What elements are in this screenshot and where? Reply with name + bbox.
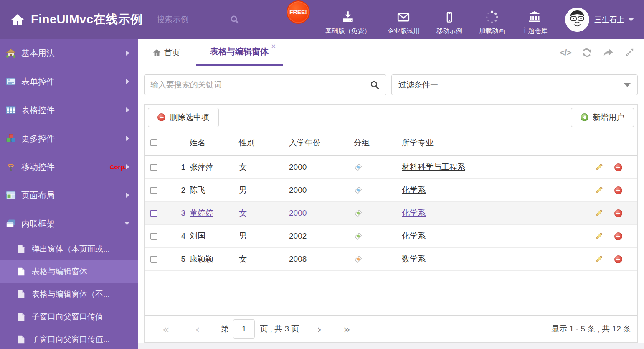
sidebar-item-inline-frame[interactable]: 内联框架 <box>0 209 138 238</box>
table-row[interactable]: 1 张萍萍 女 2000 材料科学与工程系 <box>145 156 637 179</box>
nav-item-enterprise-trial[interactable]: 企业版试用 <box>381 9 427 36</box>
major-link[interactable]: 化学系 <box>402 185 426 196</box>
free-badge: FREE! <box>287 0 310 24</box>
student-name: 康颖颖 <box>190 254 213 265</box>
select-all-checkbox[interactable] <box>150 139 157 146</box>
refresh-icon[interactable] <box>581 47 592 58</box>
chevron-right-icon <box>126 164 129 169</box>
top-search-box[interactable] <box>157 15 240 25</box>
add-user-button[interactable]: 新增用户 <box>571 108 634 127</box>
source-code-icon[interactable]: </> <box>560 47 571 58</box>
delete-selected-label: 删除选中项 <box>170 112 209 123</box>
sidebar-subitem-popup-window[interactable]: 弹出窗体（本页面或... <box>0 238 138 260</box>
sidebar-item-label: 移动控件 <box>21 161 106 173</box>
edit-pencil-icon[interactable] <box>594 209 603 218</box>
last-page-icon[interactable]: » <box>343 324 350 335</box>
column-header-year[interactable]: 入学年份 <box>285 138 350 148</box>
sidebar-item-mobile-controls[interactable]: 移动控件 Corp. <box>0 153 138 181</box>
top-search-input[interactable] <box>157 15 216 24</box>
row-number: 3 <box>166 209 185 218</box>
search-icon[interactable] <box>370 80 380 90</box>
row-number: 5 <box>166 255 185 264</box>
sidebar-subitem-grid-edit-window-2[interactable]: 表格与编辑窗体（不... <box>0 283 138 306</box>
sidebar-item-form-controls[interactable]: 表单控件 <box>0 67 138 96</box>
table-row[interactable]: 5 康颖颖 女 2008 数学系 <box>145 248 637 271</box>
column-header-major[interactable]: 所学专业 <box>398 138 589 148</box>
edit-pencil-icon[interactable] <box>594 232 603 241</box>
major-link[interactable]: 材料科学与工程系 <box>402 162 465 173</box>
row-checkbox[interactable] <box>150 210 157 217</box>
row-number: 4 <box>166 232 185 241</box>
sidebar-subitem-label: 表格与编辑窗体 <box>32 266 87 277</box>
delete-row-icon[interactable] <box>614 163 622 171</box>
sidebar-subitem-child-to-parent[interactable]: 子窗口向父窗口传值 <box>0 306 138 328</box>
column-header-gender[interactable]: 性别 <box>235 138 285 148</box>
home-logo-icon[interactable] <box>11 13 24 26</box>
row-checkbox[interactable] <box>150 233 157 240</box>
tab-grid-edit-window[interactable]: 表格与编辑窗体 ✕ <box>196 39 283 66</box>
column-header-group[interactable]: 分组 <box>350 138 398 148</box>
filter-row: 过滤条件一 <box>144 74 638 95</box>
nav-item-theme-store[interactable]: 主题仓库 <box>515 9 554 36</box>
file-icon <box>17 290 26 299</box>
expand-icon[interactable] <box>624 47 635 58</box>
sidebar-item-basic-usage[interactable]: 基本用法 <box>0 39 138 67</box>
search-icon[interactable] <box>230 15 240 25</box>
house-icon <box>6 48 16 58</box>
tab-home[interactable]: 首页 <box>146 39 187 66</box>
delete-row-icon[interactable] <box>614 255 622 263</box>
row-number: 1 <box>166 163 185 172</box>
enroll-year: 2008 <box>285 255 350 264</box>
record-count-summary: 显示 1 - 5 条 , 共 12 条 <box>551 324 631 334</box>
sidebar-item-label: 页面布局 <box>21 190 126 201</box>
sidebar-subitem-grid-edit-window[interactable]: 表格与编辑窗体 <box>0 260 138 283</box>
nav-item-basic-edition[interactable]: 基础版（免费） <box>319 9 378 36</box>
form-icon <box>6 76 16 87</box>
sidebar-item-more-controls[interactable]: 更多控件 <box>0 124 138 153</box>
sidebar-subitem-child-to-parent-2[interactable]: 子窗口向父窗口传值... <box>0 328 138 349</box>
chevron-down-icon <box>124 222 129 225</box>
sidebar-subitem-label: 弹出窗体（本页面或... <box>32 244 110 255</box>
share-icon[interactable] <box>603 47 614 58</box>
column-header-name[interactable]: 姓名 <box>185 138 235 148</box>
delete-row-icon[interactable] <box>614 209 622 217</box>
table-row[interactable]: 4 刘国 男 2002 化学系 <box>145 225 637 248</box>
keyword-search-box[interactable] <box>144 74 386 95</box>
student-gender: 女 <box>235 254 285 265</box>
delete-selected-button[interactable]: 删除选中项 <box>148 108 219 127</box>
edit-pencil-icon[interactable] <box>594 186 603 195</box>
major-link[interactable]: 化学系 <box>402 208 426 219</box>
first-page-icon[interactable]: « <box>162 324 170 335</box>
row-checkbox[interactable] <box>150 164 157 171</box>
nav-label: 基础版（免费） <box>325 27 371 36</box>
row-checkbox[interactable] <box>150 187 157 194</box>
major-link[interactable]: 化学系 <box>402 231 426 242</box>
prev-page-icon[interactable]: ‹ <box>195 324 200 335</box>
grid-empty-space <box>145 271 637 315</box>
keyword-search-input[interactable] <box>150 80 370 89</box>
chevron-right-icon <box>126 51 129 56</box>
filter-dropdown[interactable]: 过滤条件一 <box>391 74 638 95</box>
major-link[interactable]: 数学系 <box>402 254 426 265</box>
row-checkbox[interactable] <box>150 256 157 263</box>
sidebar-item-page-layout[interactable]: 页面布局 <box>0 181 138 209</box>
page-number-input[interactable] <box>233 319 255 339</box>
delete-row-icon[interactable] <box>614 232 622 240</box>
spinner-icon <box>485 9 499 25</box>
home-icon <box>153 48 161 56</box>
layout-icon <box>6 190 16 200</box>
user-menu[interactable]: 三生石上 <box>565 8 644 32</box>
file-icon <box>17 312 26 321</box>
sidebar: 基本用法 表单控件 表格控件 <box>0 39 138 349</box>
student-name: 刘国 <box>190 231 205 242</box>
delete-row-icon[interactable] <box>614 186 622 194</box>
close-icon[interactable]: ✕ <box>271 43 276 49</box>
nav-item-loading-animation[interactable]: 加载动画 <box>472 9 512 36</box>
edit-pencil-icon[interactable] <box>594 255 603 264</box>
table-row[interactable]: 2 陈飞 男 2000 化学系 <box>145 179 637 202</box>
nav-item-mobile-demo[interactable]: 移动示例 <box>430 9 469 36</box>
edit-pencil-icon[interactable] <box>594 163 603 172</box>
sidebar-item-grid-controls[interactable]: 表格控件 <box>0 96 138 124</box>
next-page-icon[interactable]: › <box>317 324 322 335</box>
table-row-selected[interactable]: 3 董婷婷 女 2000 化学系 <box>145 202 637 225</box>
